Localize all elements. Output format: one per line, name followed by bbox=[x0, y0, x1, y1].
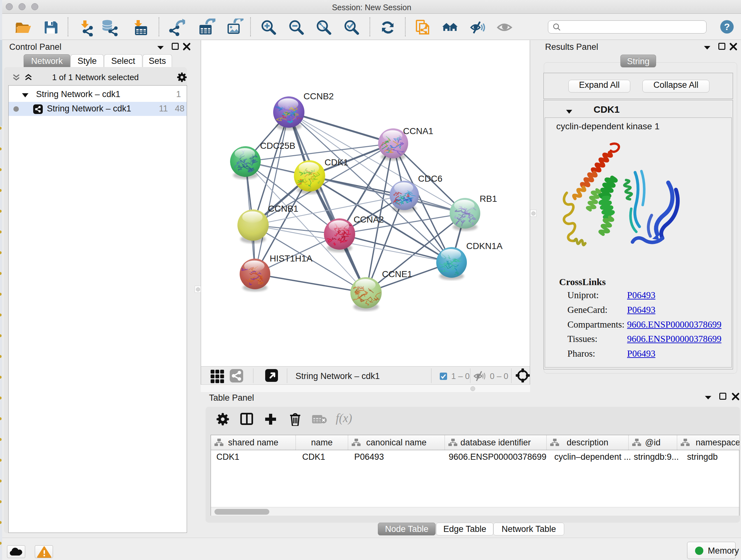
svg-text:?: ? bbox=[724, 21, 730, 32]
svg-text:RB1: RB1 bbox=[480, 194, 497, 204]
svg-text:CDC6: CDC6 bbox=[418, 174, 442, 184]
svg-text:CCNE1: CCNE1 bbox=[382, 269, 412, 279]
svg-text:CDK1: CDK1 bbox=[325, 158, 348, 167]
svg-text:HIST1H1A: HIST1H1A bbox=[270, 253, 313, 263]
svg-text:CCNA1: CCNA1 bbox=[403, 126, 433, 136]
svg-text:CDKN1A: CDKN1A bbox=[466, 241, 502, 251]
svg-text:CDC25B: CDC25B bbox=[260, 141, 295, 151]
svg-text:CCNB2: CCNB2 bbox=[304, 91, 334, 101]
svg-text:CCNA2: CCNA2 bbox=[354, 214, 384, 225]
svg-text:CCNB1: CCNB1 bbox=[268, 204, 298, 213]
